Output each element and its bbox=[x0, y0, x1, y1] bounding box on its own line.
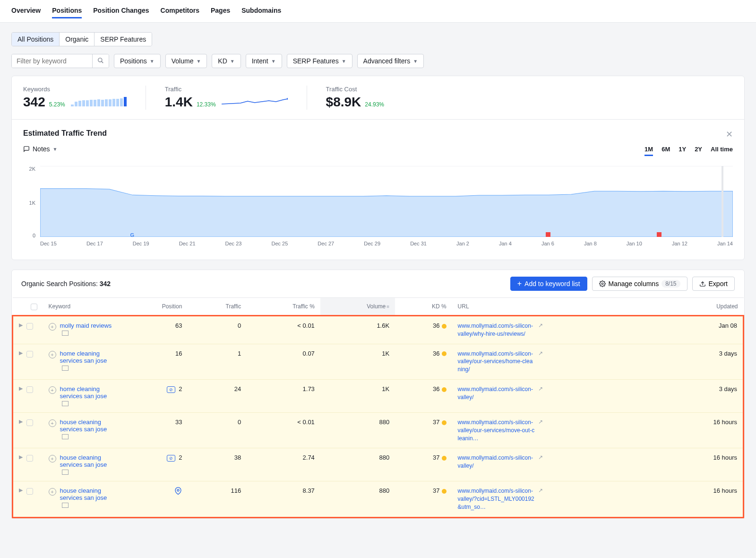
cell-traffic: 1 bbox=[188, 344, 247, 379]
col-position[interactable]: Position bbox=[119, 298, 188, 316]
pin-icon bbox=[174, 487, 182, 495]
area-chart bbox=[40, 166, 733, 237]
cell-position: ⊘ 2 bbox=[119, 448, 188, 481]
col-traffic[interactable]: Traffic bbox=[188, 298, 247, 316]
keyword-link[interactable]: house cleaning services san jose bbox=[60, 487, 107, 501]
range-6m[interactable]: 6M bbox=[662, 146, 670, 156]
sparkline-line bbox=[222, 97, 288, 106]
add-keyword-icon[interactable]: + bbox=[49, 323, 56, 331]
col-updated[interactable]: Updated bbox=[664, 298, 744, 316]
expand-row-icon[interactable]: ▶ bbox=[19, 322, 23, 328]
pill-serp-features[interactable]: SERP Features▼ bbox=[287, 54, 352, 68]
manage-columns-button[interactable]: Manage columns8/15 bbox=[592, 277, 687, 291]
external-link-icon[interactable]: ↗ bbox=[538, 454, 543, 461]
external-link-icon[interactable]: ↗ bbox=[538, 350, 543, 357]
add-keyword-icon[interactable]: + bbox=[49, 419, 56, 427]
expand-row-icon[interactable]: ▶ bbox=[19, 487, 23, 493]
select-all-checkbox[interactable] bbox=[31, 304, 37, 310]
pill-volume[interactable]: Volume▼ bbox=[165, 54, 207, 68]
col-keyword[interactable]: Keyword bbox=[43, 298, 119, 316]
close-icon[interactable]: ✕ bbox=[726, 129, 733, 140]
cell-position bbox=[119, 481, 188, 517]
cell-volume: 880 bbox=[320, 412, 395, 448]
external-link-icon[interactable]: ↗ bbox=[538, 418, 543, 425]
cell-volume: 1K bbox=[320, 379, 395, 412]
range-1m[interactable]: 1M bbox=[644, 146, 653, 156]
filter-tab-serp[interactable]: SERP Features bbox=[94, 33, 152, 46]
col-volume[interactable]: Volume≡ bbox=[320, 298, 395, 316]
notes-toggle[interactable]: Notes▼ bbox=[23, 145, 57, 153]
add-keyword-icon[interactable]: + bbox=[49, 351, 56, 358]
col-url[interactable]: URL bbox=[452, 298, 664, 316]
add-keyword-icon[interactable]: + bbox=[49, 488, 56, 496]
tab-overview[interactable]: Overview bbox=[11, 4, 41, 18]
add-keyword-icon[interactable]: + bbox=[49, 455, 56, 462]
keyword-filter-input[interactable] bbox=[12, 54, 92, 68]
chevron-down-icon: ▼ bbox=[150, 59, 155, 64]
cell-updated: 3 days bbox=[664, 379, 744, 412]
tab-competitors[interactable]: Competitors bbox=[161, 4, 199, 18]
svg-line-1 bbox=[102, 61, 103, 63]
range-all[interactable]: All time bbox=[711, 146, 733, 156]
chart-title: Estimated Traffic Trend bbox=[23, 129, 107, 138]
tab-position-changes[interactable]: Position Changes bbox=[93, 4, 149, 18]
tab-pages[interactable]: Pages bbox=[211, 4, 230, 18]
expand-row-icon[interactable]: ▶ bbox=[19, 454, 23, 460]
external-link-icon[interactable]: ↗ bbox=[538, 385, 543, 392]
search-button[interactable] bbox=[92, 54, 109, 68]
url-link[interactable]: www.mollymaid.com/s-silicon-valley/why-h… bbox=[458, 322, 535, 338]
svg-marker-6 bbox=[40, 189, 733, 237]
row-checkbox[interactable] bbox=[26, 488, 33, 495]
filter-tab-organic[interactable]: Organic bbox=[60, 33, 94, 46]
cell-kd: 37 bbox=[395, 481, 452, 517]
url-link[interactable]: www.mollymaid.com/s-silicon-valley/our-s… bbox=[458, 418, 535, 442]
expand-row-icon[interactable]: ▶ bbox=[19, 350, 23, 356]
expand-row-icon[interactable]: ▶ bbox=[19, 385, 23, 392]
url-link[interactable]: www.mollymaid.com/s-silicon-valley/?cid=… bbox=[458, 487, 535, 511]
add-keyword-icon[interactable]: + bbox=[49, 386, 56, 394]
cell-volume: 1K bbox=[320, 344, 395, 379]
metrics-row: Keywords 3425.23% Traffic 1.4K12.33% Tra… bbox=[12, 76, 744, 120]
add-to-keyword-list-button[interactable]: +Add to keyword list bbox=[510, 277, 587, 291]
cell-traffic: 0 bbox=[188, 412, 247, 448]
external-link-icon[interactable]: ↗ bbox=[538, 487, 543, 494]
scroll-handle[interactable] bbox=[722, 166, 723, 237]
cell-traffic-pct: 2.74 bbox=[247, 448, 320, 481]
url-link[interactable]: www.mollymaid.com/s-silicon-valley/ bbox=[458, 454, 535, 470]
row-checkbox[interactable] bbox=[26, 323, 33, 330]
cell-traffic-pct: < 0.01 bbox=[247, 412, 320, 448]
table-row: ▶+home cleaning services san jose 1610.0… bbox=[13, 344, 744, 379]
col-traffic-pct[interactable]: Traffic % bbox=[247, 298, 320, 316]
chevron-down-icon: ▼ bbox=[413, 59, 418, 64]
svg-point-0 bbox=[98, 58, 102, 61]
keyword-link[interactable]: house cleaning services san jose bbox=[60, 418, 107, 433]
keyword-link[interactable]: home cleaning services san jose bbox=[60, 350, 107, 364]
row-checkbox[interactable] bbox=[26, 351, 33, 357]
tab-subdomains[interactable]: Subdomains bbox=[241, 4, 281, 18]
keyword-link[interactable]: house cleaning services san jose bbox=[60, 454, 107, 468]
pill-kd[interactable]: KD▼ bbox=[212, 54, 241, 68]
range-1y[interactable]: 1Y bbox=[679, 146, 686, 156]
cell-volume: 880 bbox=[320, 481, 395, 517]
serp-icon bbox=[62, 434, 69, 439]
row-checkbox[interactable] bbox=[26, 386, 33, 393]
url-link[interactable]: www.mollymaid.com/s-silicon-valley/ bbox=[458, 385, 535, 401]
url-link[interactable]: www.mollymaid.com/s-silicon-valley/our-s… bbox=[458, 350, 535, 374]
cell-updated: 16 hours bbox=[664, 412, 744, 448]
pill-intent[interactable]: Intent▼ bbox=[246, 54, 282, 68]
filter-tab-all[interactable]: All Positions bbox=[12, 33, 60, 46]
pill-positions[interactable]: Positions▼ bbox=[114, 54, 161, 68]
row-checkbox[interactable] bbox=[26, 455, 33, 462]
chevron-down-icon: ▼ bbox=[342, 59, 346, 64]
keyword-link[interactable]: home cleaning services san jose bbox=[60, 385, 107, 400]
expand-row-icon[interactable]: ▶ bbox=[19, 418, 23, 425]
row-checkbox[interactable] bbox=[26, 419, 33, 426]
pill-advanced[interactable]: Advanced filters▼ bbox=[357, 54, 424, 68]
external-link-icon[interactable]: ↗ bbox=[538, 322, 543, 329]
keyword-link[interactable]: molly maid reviews bbox=[60, 322, 112, 329]
tab-positions[interactable]: Positions bbox=[52, 4, 82, 18]
export-button[interactable]: Export bbox=[692, 277, 735, 291]
range-2y[interactable]: 2Y bbox=[695, 146, 702, 156]
col-kd[interactable]: KD % bbox=[395, 298, 452, 316]
cell-updated: 3 days bbox=[664, 344, 744, 379]
